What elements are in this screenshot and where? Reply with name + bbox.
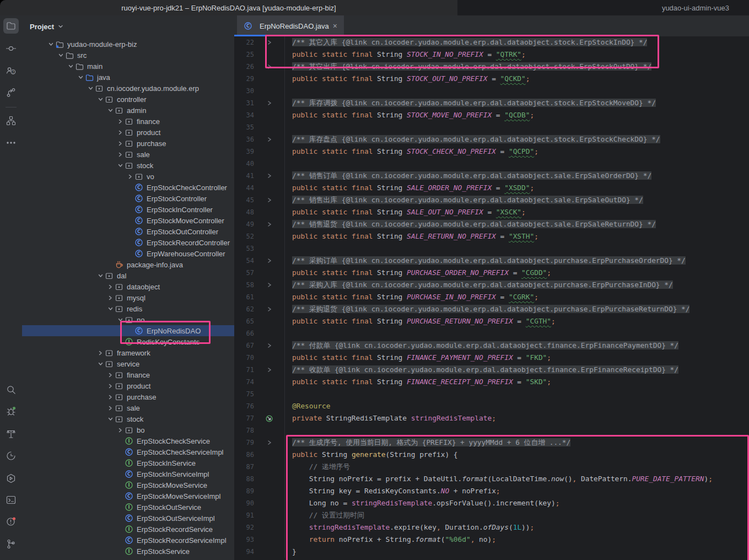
tree-item-mysql[interactable]: mysql [22, 292, 234, 303]
vcs-update-icon[interactable] [3, 85, 19, 100]
code-line-25[interactable]: 25public static final String STOCK_IN_NO… [234, 49, 749, 61]
code-text[interactable]: /** 付款单 {@link cn.iocoder.yudao.module.e… [284, 340, 749, 352]
chevron-right-icon[interactable] [96, 348, 105, 357]
code-text[interactable]: /** 采购订单 {@link cn.iocoder.yudao.module.… [284, 255, 749, 267]
chevron-down-icon[interactable] [96, 95, 105, 104]
tree-item-erpstockoutserviceimpl[interactable]: CErpStockOutServiceImpl [22, 513, 234, 524]
fold-arrow-icon[interactable] [254, 170, 284, 182]
code-text[interactable]: /** 库存盘点 {@link cn.iocoder.yudao.module.… [284, 133, 749, 146]
code-line-71[interactable]: 71/** 收款单 {@link cn.iocoder.yudao.module… [234, 364, 749, 376]
fold-arrow-icon[interactable] [254, 194, 284, 206]
tree-item-bo[interactable]: bo [22, 424, 234, 435]
tree-item-no[interactable]: no [22, 314, 234, 325]
code-text[interactable] [284, 158, 749, 170]
code-text[interactable]: @Resource [284, 400, 749, 412]
fold-arrow-icon[interactable] [254, 133, 284, 146]
tree-item-product[interactable]: product [22, 380, 234, 391]
code-text[interactable]: public static final String PURCHASE_ORDE… [284, 267, 749, 279]
tree-item-sale[interactable]: sale [22, 402, 234, 413]
code-text[interactable]: /** 收款单 {@link cn.iocoder.yudao.module.e… [284, 364, 749, 376]
tree-item-service[interactable]: service [22, 358, 234, 369]
tree-item-erpstockincontroller[interactable]: CErpStockInController [22, 204, 234, 215]
code-line-29[interactable]: 29public static final String STOCK_OUT_N… [234, 73, 749, 85]
code-text[interactable]: // 递增序号 [284, 461, 749, 473]
code-line-49[interactable]: 49/** 销售退货 {@link cn.iocoder.yudao.modul… [234, 218, 749, 230]
code-line-26[interactable]: 26/** 其它出库 {@link cn.iocoder.yudao.modul… [234, 61, 749, 73]
code-line-57[interactable]: 57public static final String PURCHASE_OR… [234, 267, 749, 279]
tree-item-erpstockcontroller[interactable]: CErpStockController [22, 193, 234, 204]
tree-item-stock[interactable]: stock [22, 160, 234, 171]
code-text[interactable]: } [284, 546, 749, 558]
code-text[interactable] [284, 424, 749, 437]
code-line-92[interactable]: 92 stringRedisTemplate.expire(key, Durat… [234, 521, 749, 534]
code-line-87[interactable]: 87 // 递增序号 [234, 461, 749, 473]
chevron-down-icon[interactable] [46, 40, 55, 49]
chevron-right-icon[interactable] [116, 150, 125, 159]
code-line-62[interactable]: 62/** 采购退货 {@link cn.iocoder.yudao.modul… [234, 303, 749, 315]
code-line-70[interactable]: 70public static final String FINANCE_PAY… [234, 352, 749, 364]
tree-item-erpnoredisdao[interactable]: CErpNoRedisDAO [22, 325, 234, 336]
tab-erpnoredisdao[interactable]: C ErpNoRedisDAO.java × [237, 15, 344, 36]
tree-item-main[interactable]: main [22, 61, 234, 72]
chevron-down-icon[interactable] [86, 84, 95, 93]
tree-item-stock[interactable]: stock [22, 413, 234, 424]
fold-arrow-icon[interactable] [254, 255, 284, 267]
code-text[interactable]: String noPrefix = prefix + DateUtil.form… [284, 473, 749, 485]
chevron-down-icon[interactable] [106, 106, 115, 115]
tree-item-product[interactable]: product [22, 127, 234, 138]
code-text[interactable]: return noPrefix + String.format("%06d", … [284, 534, 749, 546]
code-line-75[interactable]: 75 [234, 388, 749, 400]
tree-item-cn-iocoder-yudao-module-erp[interactable]: cn.iocoder.yudao.module.erp [22, 83, 234, 94]
code-line-30[interactable]: 30 [234, 85, 749, 97]
code-line-45[interactable]: 45/** 销售出库 {@link cn.iocoder.yudao.modul… [234, 194, 749, 206]
chevron-right-icon[interactable] [106, 403, 115, 412]
chevron-right-icon[interactable] [106, 370, 115, 379]
services-icon[interactable] [3, 471, 19, 486]
chevron-down-icon[interactable] [56, 51, 65, 60]
tree-item-dal[interactable]: dal [22, 270, 234, 281]
fold-arrow-icon[interactable] [254, 437, 284, 449]
code-text[interactable] [284, 388, 749, 400]
profiler-icon[interactable] [3, 448, 19, 464]
tree-item-erpstockoutcontroller[interactable]: CErpStockOutController [22, 226, 234, 237]
code-line-34[interactable]: 34public static final String STOCK_MOVE_… [234, 109, 749, 121]
code-line-88[interactable]: 88 String noPrefix = prefix + DateUtil.f… [234, 473, 749, 485]
tree-item-finance[interactable]: finance [22, 369, 234, 380]
tree-item-src[interactable]: src [22, 50, 234, 61]
code-line-93[interactable]: 93 return noPrefix + String.format("%06d… [234, 534, 749, 546]
chevron-right-icon[interactable] [106, 282, 115, 291]
code-line-67[interactable]: 67/** 付款单 {@link cn.iocoder.yudao.module… [234, 340, 749, 352]
structure-icon[interactable] [3, 113, 19, 128]
tree-item-erpwarehousecontroller[interactable]: CErpWarehouseController [22, 248, 234, 259]
code-line-74[interactable]: 74public static final String FINANCE_REC… [234, 376, 749, 388]
tree-item-rediskeyconstants[interactable]: IRedisKeyConstants [22, 336, 234, 347]
tree-item-package-info-java[interactable]: package-info.java [22, 259, 234, 270]
code-text[interactable]: public static final String SALE_OUT_NO_P… [284, 206, 749, 218]
chevron-down-icon[interactable] [76, 73, 85, 82]
code-line-58[interactable]: 58/** 采购入库 {@link cn.iocoder.yudao.modul… [234, 279, 749, 291]
code-line-44[interactable]: 44public static final String SALE_ORDER_… [234, 182, 749, 194]
code-text[interactable]: // 设置过期时间 [284, 509, 749, 521]
code-line-53[interactable]: 53 [234, 243, 749, 255]
code-text[interactable]: /** 销售订单 {@link cn.iocoder.yudao.module.… [284, 170, 749, 182]
fold-arrow-icon[interactable] [254, 218, 284, 230]
code-text[interactable]: public static final String PURCHASE_RETU… [284, 315, 749, 327]
tree-item-erpstockcheckcontroller[interactable]: CErpStockCheckController [22, 182, 234, 193]
code-text[interactable] [284, 121, 749, 133]
problems-icon[interactable] [3, 514, 19, 529]
fold-arrow-icon[interactable] [254, 279, 284, 291]
code-line-94[interactable]: 94} [234, 546, 749, 558]
code-line-41[interactable]: 41/** 销售订单 {@link cn.iocoder.yudao.modul… [234, 170, 749, 182]
tree-item-erpstockcheckserviceimpl[interactable]: CErpStockCheckServiceImpl [22, 446, 234, 457]
code-text[interactable]: public String generate(String prefix) { [284, 449, 749, 461]
tree-item-erpstockmoveservice[interactable]: IErpStockMoveService [22, 480, 234, 491]
code-line-66[interactable]: 66 [234, 327, 749, 340]
tree-item-purchase[interactable]: purchase [22, 391, 234, 402]
code-text[interactable]: /** 采购入库 {@link cn.iocoder.yudao.module.… [284, 279, 749, 291]
code-line-22[interactable]: 22/** 其它入库 {@link cn.iocoder.yudao.modul… [234, 36, 749, 49]
search-icon[interactable] [3, 382, 19, 397]
tree-item-controller[interactable]: controller [22, 94, 234, 105]
code-text[interactable]: private StringRedisTemplate stringRedisT… [284, 412, 749, 424]
code-text[interactable]: public static final String SALE_ORDER_NO… [284, 182, 749, 194]
fold-arrow-icon[interactable] [254, 364, 284, 376]
